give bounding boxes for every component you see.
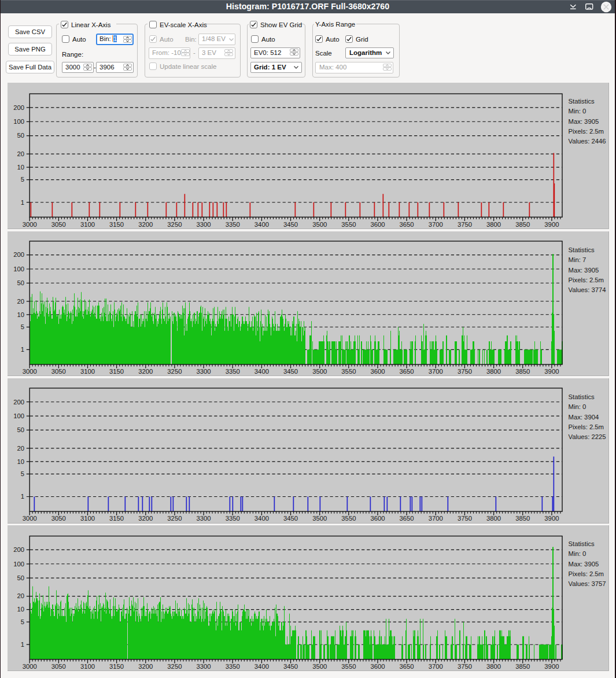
svg-text:3650: 3650 <box>400 221 414 228</box>
svg-text:Pixels: 2.5m: Pixels: 2.5m <box>569 277 604 283</box>
svg-text:10: 10 <box>17 606 24 613</box>
svg-text:3500: 3500 <box>312 368 327 375</box>
svg-text:10: 10 <box>17 458 24 465</box>
svg-text:3600: 3600 <box>370 515 385 522</box>
svg-text:100: 100 <box>13 118 24 125</box>
svg-text:3750: 3750 <box>458 368 472 375</box>
svg-text:3500: 3500 <box>312 221 327 228</box>
svg-text:3700: 3700 <box>429 368 443 375</box>
svg-text:3050: 3050 <box>51 515 66 522</box>
svg-text:Max: 3905: Max: 3905 <box>569 267 599 274</box>
svg-text:3400: 3400 <box>254 368 269 375</box>
svg-text:3700: 3700 <box>429 221 443 228</box>
svg-text:3500: 3500 <box>312 663 327 670</box>
svg-text:3000: 3000 <box>23 221 37 228</box>
svg-text:3900: 3900 <box>544 368 559 375</box>
svg-text:3800: 3800 <box>486 221 501 228</box>
svg-text:1: 1 <box>21 346 24 353</box>
svg-text:3350: 3350 <box>226 368 240 375</box>
svg-text:3150: 3150 <box>109 221 124 228</box>
svg-text:3450: 3450 <box>283 221 298 228</box>
svg-text:Values: 3757: Values: 3757 <box>569 580 606 587</box>
svg-text:3450: 3450 <box>283 515 298 522</box>
svg-text:3750: 3750 <box>458 663 472 670</box>
svg-text:200: 200 <box>13 251 24 258</box>
svg-text:3300: 3300 <box>197 515 211 522</box>
svg-text:3650: 3650 <box>400 515 414 522</box>
svg-text:20: 20 <box>17 592 24 599</box>
svg-text:Min: 0: Min: 0 <box>569 108 587 115</box>
svg-text:3600: 3600 <box>370 221 385 228</box>
svg-text:Statistics: Statistics <box>569 393 595 400</box>
svg-text:3250: 3250 <box>167 368 182 375</box>
svg-text:3550: 3550 <box>341 515 356 522</box>
svg-text:3750: 3750 <box>458 515 472 522</box>
svg-text:3850: 3850 <box>515 368 530 375</box>
svg-text:3550: 3550 <box>341 221 356 228</box>
svg-text:10: 10 <box>17 164 24 171</box>
svg-text:5: 5 <box>21 323 24 330</box>
svg-text:3500: 3500 <box>312 515 327 522</box>
svg-text:100: 100 <box>13 266 24 272</box>
svg-text:3350: 3350 <box>226 515 240 522</box>
svg-text:3150: 3150 <box>109 515 124 522</box>
svg-text:3700: 3700 <box>429 515 443 522</box>
svg-text:1: 1 <box>21 641 24 648</box>
svg-text:3350: 3350 <box>226 221 240 228</box>
svg-text:3000: 3000 <box>23 368 37 375</box>
svg-text:3050: 3050 <box>51 221 66 228</box>
svg-text:3450: 3450 <box>283 663 298 670</box>
svg-text:200: 200 <box>13 546 24 553</box>
svg-text:3850: 3850 <box>515 515 530 522</box>
svg-text:20: 20 <box>17 445 24 452</box>
svg-text:3450: 3450 <box>283 368 298 375</box>
svg-text:20: 20 <box>17 298 24 305</box>
svg-text:3300: 3300 <box>197 368 211 375</box>
svg-text:Statistics: Statistics <box>569 540 595 547</box>
svg-text:50: 50 <box>17 279 24 286</box>
svg-text:3600: 3600 <box>370 368 385 375</box>
svg-text:100: 100 <box>13 412 24 419</box>
svg-text:3400: 3400 <box>254 515 269 522</box>
svg-text:3550: 3550 <box>341 368 356 375</box>
svg-text:3200: 3200 <box>138 368 153 375</box>
svg-text:3200: 3200 <box>138 515 153 522</box>
svg-text:3200: 3200 <box>138 663 153 670</box>
svg-text:1: 1 <box>21 199 24 206</box>
svg-text:3100: 3100 <box>80 221 95 228</box>
svg-text:3150: 3150 <box>109 663 124 670</box>
svg-text:3100: 3100 <box>80 663 95 670</box>
svg-text:3100: 3100 <box>80 515 95 522</box>
svg-text:3400: 3400 <box>254 221 269 228</box>
svg-text:3300: 3300 <box>197 663 211 670</box>
svg-text:3250: 3250 <box>167 515 182 522</box>
svg-text:Max: 3904: Max: 3904 <box>569 414 599 421</box>
svg-text:Pixels: 2.5m: Pixels: 2.5m <box>569 423 604 430</box>
svg-text:Max: 3905: Max: 3905 <box>569 118 599 125</box>
svg-text:100: 100 <box>13 561 24 568</box>
svg-text:3750: 3750 <box>458 221 472 228</box>
svg-text:Min: 0: Min: 0 <box>569 403 587 410</box>
svg-text:3000: 3000 <box>23 515 37 522</box>
svg-text:10: 10 <box>17 311 24 318</box>
svg-text:20: 20 <box>17 150 24 157</box>
svg-text:50: 50 <box>17 426 24 433</box>
svg-text:3250: 3250 <box>167 221 182 228</box>
svg-text:3800: 3800 <box>486 515 501 522</box>
svg-text:3600: 3600 <box>370 663 385 670</box>
svg-text:50: 50 <box>17 132 24 139</box>
svg-text:3650: 3650 <box>400 663 414 670</box>
svg-text:3900: 3900 <box>544 221 559 228</box>
svg-text:3850: 3850 <box>515 663 530 670</box>
svg-text:50: 50 <box>17 574 24 581</box>
svg-text:3850: 3850 <box>515 221 530 228</box>
svg-text:5: 5 <box>21 618 24 625</box>
svg-text:3000: 3000 <box>23 663 37 670</box>
svg-text:3200: 3200 <box>138 221 153 228</box>
svg-text:Min: 0: Min: 0 <box>569 550 587 557</box>
svg-text:3050: 3050 <box>51 663 66 670</box>
svg-text:1: 1 <box>21 493 24 500</box>
svg-text:3650: 3650 <box>400 368 414 375</box>
svg-text:Min: 7: Min: 7 <box>569 256 587 263</box>
svg-text:200: 200 <box>13 399 24 406</box>
